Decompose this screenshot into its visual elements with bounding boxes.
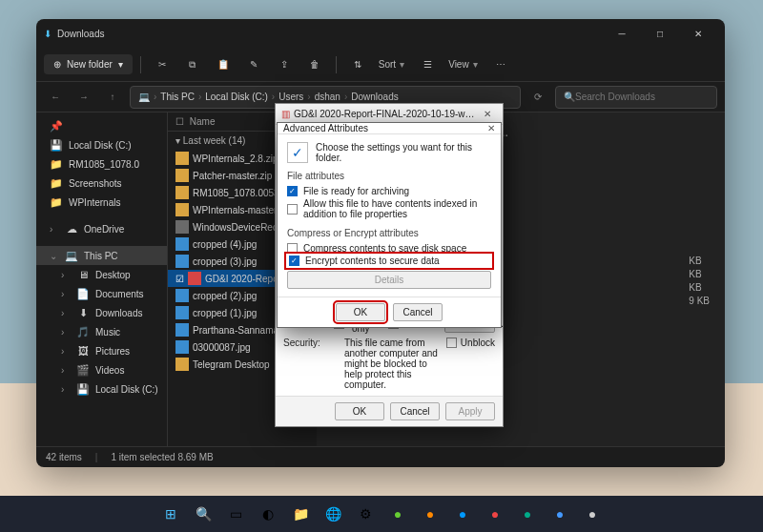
widgets-button[interactable]: ◐ <box>255 501 281 527</box>
app-icon[interactable]: ● <box>579 501 606 527</box>
folder-icon: 📄 <box>76 287 90 300</box>
zip-icon <box>175 169 189 182</box>
copy-button[interactable]: ⧉ <box>179 51 206 78</box>
label: Security: <box>283 338 337 348</box>
sidebar-onedrive[interactable]: ›☁OneDrive <box>36 219 167 238</box>
img-icon <box>175 237 189 251</box>
img-icon <box>175 340 189 354</box>
sidebar-item[interactable]: ›🖼Pictures <box>36 341 167 360</box>
sidebar-item[interactable]: 📌 <box>36 116 167 135</box>
compress-checkbox[interactable] <box>287 243 298 254</box>
settings-taskbar-icon[interactable]: ⚙ <box>352 501 379 527</box>
up-button[interactable]: ↑ <box>101 86 124 109</box>
app-icon[interactable]: ● <box>384 501 411 527</box>
folder-icon: 🖼 <box>76 344 90 358</box>
sidebar-item[interactable]: ›🎵Music <box>36 322 167 341</box>
back-button[interactable]: ← <box>44 86 67 109</box>
size-value: KB <box>689 282 710 293</box>
advanced-titlebar[interactable]: Advanced Attributes ✕ <box>278 123 501 134</box>
pc-icon: 💻 <box>138 92 150 102</box>
crumb[interactable]: dshan <box>315 92 340 102</box>
explorer-taskbar-icon[interactable]: 📁 <box>287 501 314 527</box>
view-button[interactable]: ☰ <box>414 51 441 78</box>
ok-button[interactable]: OK <box>336 303 385 321</box>
task-view-button[interactable]: ▭ <box>222 501 249 527</box>
folder-icon: 💾 <box>50 138 63 152</box>
size-value: KB <box>689 256 710 266</box>
share-button[interactable]: ⇪ <box>271 51 298 78</box>
folder-icon: 💾 <box>76 382 90 396</box>
sidebar-item[interactable]: ›📄Documents <box>36 284 167 303</box>
fold-icon <box>175 203 189 216</box>
folder-icon: 🖥 <box>76 268 90 281</box>
advanced-title: Advanced Attributes <box>283 123 368 133</box>
start-button[interactable]: ⊞ <box>157 501 184 527</box>
pc-icon: 💻 <box>65 249 78 262</box>
sidebar-item[interactable]: 📁WPInternals <box>36 193 167 212</box>
folder-settings-icon: ✓ <box>287 142 308 163</box>
file-attr-legend: File attributes <box>287 171 344 181</box>
encrypt-row[interactable]: ✓Encrypt contents to secure data <box>287 255 491 267</box>
lead-text: Choose the settings you want for this fo… <box>316 142 491 163</box>
search-box[interactable]: 🔍 <box>555 86 717 109</box>
ok-button[interactable]: OK <box>335 402 384 420</box>
new-folder-label: New folder <box>67 59 113 70</box>
paste-button[interactable]: 📋 <box>210 51 237 78</box>
delete-button[interactable]: 🗑 <box>301 51 328 78</box>
sort-button[interactable]: ⇅ <box>344 51 371 78</box>
sidebar-item[interactable]: 💾Local Disk (C:) <box>36 135 167 154</box>
close-icon[interactable]: ✕ <box>478 109 497 119</box>
app-icon[interactable]: ● <box>449 501 476 527</box>
index-checkbox[interactable] <box>287 204 298 215</box>
sidebar-item[interactable]: 📁Screenshots <box>36 174 167 193</box>
folder-icon: 📁 <box>50 195 63 209</box>
search-input[interactable] <box>575 92 709 102</box>
chevron-down-icon: ▾ <box>118 59 123 70</box>
sidebar-item[interactable]: ›⬇Downloads <box>36 303 167 322</box>
close-icon[interactable]: ✕ <box>487 123 495 133</box>
edge-taskbar-icon[interactable]: 🌐 <box>320 501 346 527</box>
close-button[interactable]: ✕ <box>679 20 717 47</box>
app-icon[interactable]: ● <box>514 501 541 527</box>
folder-icon: 📁 <box>50 176 63 190</box>
more-button[interactable]: ⋯ <box>487 51 514 78</box>
advanced-attributes-dialog: Advanced Attributes ✕ ✓ Choose the setti… <box>277 122 502 328</box>
fold-icon <box>175 358 189 371</box>
download-icon: ⬇ <box>44 29 52 39</box>
forward-button[interactable]: → <box>72 86 95 109</box>
size-value: KB <box>689 269 710 279</box>
sidebar-item[interactable]: ›🖥Desktop <box>36 265 167 284</box>
new-folder-button[interactable]: ⊕ New folder ▾ <box>44 54 133 74</box>
app-icon[interactable]: ● <box>482 501 508 527</box>
cut-button[interactable]: ✂ <box>149 51 175 78</box>
archive-checkbox[interactable]: ✓ <box>287 186 298 196</box>
encrypt-checkbox[interactable]: ✓ <box>289 256 299 266</box>
refresh-button[interactable]: ⟳ <box>526 86 549 109</box>
rename-button[interactable]: ✎ <box>240 51 267 78</box>
minimize-button[interactable]: ─ <box>603 20 641 47</box>
search-button[interactable]: 🔍 <box>190 501 217 527</box>
sidebar-item[interactable]: ›💾Local Disk (C:) <box>36 379 167 399</box>
app-icon[interactable]: ● <box>546 501 573 527</box>
maximize-button[interactable]: □ <box>641 20 679 47</box>
sidebar-item[interactable]: 📁RM1085_1078.0 <box>36 154 167 174</box>
crumb[interactable]: This PC <box>160 92 195 102</box>
crumb[interactable]: Downloads <box>351 92 398 102</box>
taskbar[interactable]: ⊞ 🔍 ▭ ◐ 📁 🌐 ⚙ ● ● ● ● ● ● ● <box>0 496 763 532</box>
pdf-icon: ▥ <box>281 109 290 119</box>
crumb[interactable]: Users <box>278 92 303 102</box>
cancel-button[interactable]: Cancel <box>390 402 440 420</box>
unblock-checkbox[interactable] <box>446 338 457 348</box>
folder-icon: 🎵 <box>76 325 90 338</box>
crumb[interactable]: Local Disk (C:) <box>205 92 268 102</box>
cancel-button[interactable]: Cancel <box>393 303 443 321</box>
sort-label: Sort <box>379 59 396 70</box>
folder-icon: 📌 <box>50 119 63 133</box>
view-label: View <box>448 59 469 70</box>
details-button[interactable]: Details <box>287 271 491 289</box>
sidebar-thispc[interactable]: ⌄💻This PC <box>36 246 167 265</box>
sidebar-item[interactable]: ›🎬Videos <box>36 360 167 379</box>
app-icon[interactable]: ● <box>417 501 443 527</box>
toolbar: ⊕ New folder ▾ ✂ ⧉ 📋 ✎ ⇪ 🗑 ⇅ Sort▾ ☰ Vie… <box>36 48 725 82</box>
apply-button[interactable]: Apply <box>445 402 495 420</box>
